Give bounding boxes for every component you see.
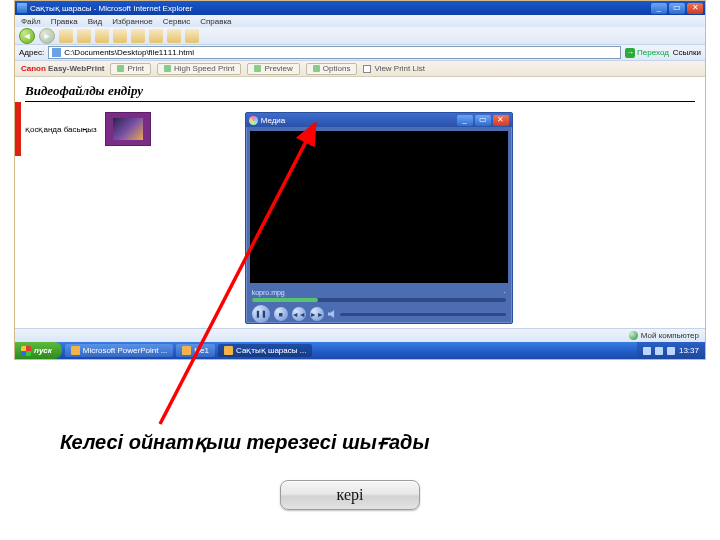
back-button-label: кері bbox=[337, 486, 364, 504]
stop-icon[interactable] bbox=[59, 29, 73, 43]
options-button[interactable]: Options bbox=[306, 63, 358, 75]
menu-tools[interactable]: Сервис bbox=[163, 17, 190, 26]
app-icon bbox=[224, 346, 233, 355]
app-icon bbox=[71, 346, 80, 355]
highspeed-print-button[interactable]: High Speed Print bbox=[157, 63, 241, 75]
media-player-window: Медиа _ ▭ ✕ kopro.mpg · ❚❚ bbox=[245, 112, 513, 324]
preview-button[interactable]: Preview bbox=[247, 63, 299, 75]
refresh-icon[interactable] bbox=[77, 29, 91, 43]
security-zone: Мой компьютер bbox=[629, 331, 699, 340]
ie-status-bar: Мой компьютер bbox=[15, 328, 705, 342]
clock: 13:37 bbox=[679, 346, 699, 355]
address-value: C:\Documents\Desktop\file1111.html bbox=[64, 48, 194, 57]
tray-icon[interactable] bbox=[655, 347, 663, 355]
preview-icon bbox=[254, 65, 261, 72]
volume-icon bbox=[328, 310, 336, 318]
links-label[interactable]: Ссылки bbox=[673, 48, 701, 57]
stop-button[interactable]: ■ bbox=[274, 307, 288, 321]
video-thumb-row: қосқанда басыңыз bbox=[25, 112, 151, 146]
viewlist-checkbox[interactable]: View Print List bbox=[363, 64, 425, 73]
printer-icon bbox=[117, 65, 124, 72]
menu-view[interactable]: Вид bbox=[88, 17, 102, 26]
close-button[interactable]: ✕ bbox=[687, 3, 703, 14]
screenshot-frame: Сақтық шарасы - Microsoft Internet Explo… bbox=[14, 0, 706, 360]
maximize-button[interactable]: ▭ bbox=[669, 3, 685, 14]
duration-indicator: · bbox=[504, 289, 506, 296]
windows-taskbar: пуск Microsoft PowerPoint ... file1 Сақт… bbox=[15, 342, 705, 359]
wmp-minimize-button[interactable]: _ bbox=[457, 115, 473, 126]
checkbox-icon bbox=[363, 65, 371, 73]
start-button[interactable]: пуск bbox=[15, 342, 62, 359]
seek-progress bbox=[252, 298, 318, 302]
favorites-icon[interactable] bbox=[131, 29, 145, 43]
go-label: Переход bbox=[637, 48, 669, 57]
windows-flag-icon bbox=[21, 346, 31, 356]
address-input[interactable]: C:\Documents\Desktop\file1111.html bbox=[48, 46, 621, 59]
system-tray: 13:37 bbox=[637, 342, 705, 359]
menu-help[interactable]: Справка bbox=[200, 17, 231, 26]
menu-edit[interactable]: Правка bbox=[51, 17, 78, 26]
print-button[interactable]: Print bbox=[110, 63, 150, 75]
video-thumbnail[interactable] bbox=[105, 112, 151, 146]
minimize-button[interactable]: _ bbox=[651, 3, 667, 14]
thumbnail-image bbox=[113, 118, 143, 140]
gear-icon bbox=[313, 65, 320, 72]
red-accent-bar bbox=[15, 102, 21, 156]
ie-title-bar: Сақтық шарасы - Microsoft Internet Explo… bbox=[15, 1, 705, 15]
zone-label: Мой компьютер bbox=[641, 331, 699, 340]
home-icon[interactable] bbox=[95, 29, 109, 43]
wmp-logo-icon bbox=[249, 116, 258, 125]
page-heading: Видеофайлды ендіру bbox=[25, 83, 695, 99]
address-bar-row: Адрес: C:\Documents\Desktop\file1111.htm… bbox=[15, 45, 705, 61]
media-player-controls: kopro.mpg · ❚❚ ■ ◄◄ ►► bbox=[246, 287, 512, 327]
tray-icon[interactable] bbox=[667, 347, 675, 355]
wmp-close-button[interactable]: ✕ bbox=[493, 115, 509, 126]
taskbar-item-ie[interactable]: Сақтық шарасы ... bbox=[218, 344, 312, 357]
forward-nav-button[interactable]: ► bbox=[39, 28, 55, 44]
canon-brand: Canon Easy-WebPrint bbox=[21, 64, 104, 73]
tray-icon[interactable] bbox=[643, 347, 651, 355]
seek-bar[interactable] bbox=[252, 298, 506, 302]
slide-back-button[interactable]: кері bbox=[280, 480, 420, 510]
play-pause-button[interactable]: ❚❚ bbox=[252, 305, 270, 323]
canon-print-toolbar: Canon Easy-WebPrint Print High Speed Pri… bbox=[15, 61, 705, 77]
menu-fav[interactable]: Избранное bbox=[112, 17, 153, 26]
media-player-title: Медиа bbox=[261, 116, 457, 125]
media-player-titlebar: Медиа _ ▭ ✕ bbox=[246, 113, 512, 127]
ie-menu-bar: Файл Правка Вид Избранное Сервис Справка bbox=[15, 15, 705, 27]
globe-icon bbox=[629, 331, 638, 340]
printer-icon bbox=[164, 65, 171, 72]
back-nav-button[interactable]: ◄ bbox=[19, 28, 35, 44]
divider bbox=[25, 101, 695, 102]
menu-file[interactable]: Файл bbox=[21, 17, 41, 26]
volume-slider[interactable] bbox=[340, 313, 506, 316]
address-label: Адрес: bbox=[19, 48, 44, 57]
go-button[interactable]: → Переход bbox=[625, 48, 669, 58]
print-icon[interactable] bbox=[185, 29, 199, 43]
ie-app-icon bbox=[17, 3, 27, 13]
annotation-caption: Келесі ойнатқыш терезесі шығады bbox=[60, 430, 429, 454]
history-icon[interactable] bbox=[149, 29, 163, 43]
taskbar-item-folder[interactable]: file1 bbox=[176, 344, 215, 357]
go-arrow-icon: → bbox=[625, 48, 635, 58]
app-icon bbox=[182, 346, 191, 355]
video-viewport[interactable] bbox=[250, 131, 508, 283]
page-icon bbox=[52, 48, 61, 57]
next-track-button[interactable]: ►► bbox=[310, 307, 324, 321]
window-title: Сақтық шарасы - Microsoft Internet Explo… bbox=[30, 4, 651, 13]
page-content: Видеофайлды ендіру қосқанда басыңыз Меди… bbox=[15, 77, 705, 342]
thumb-caption: қосқанда басыңыз bbox=[25, 125, 97, 134]
ie-nav-toolbar: ◄ ► bbox=[15, 27, 705, 45]
search-icon[interactable] bbox=[113, 29, 127, 43]
mail-icon[interactable] bbox=[167, 29, 181, 43]
now-playing-file: kopro.mpg bbox=[252, 289, 285, 296]
prev-track-button[interactable]: ◄◄ bbox=[292, 307, 306, 321]
wmp-maximize-button[interactable]: ▭ bbox=[475, 115, 491, 126]
start-label: пуск bbox=[34, 346, 52, 355]
taskbar-item-powerpoint[interactable]: Microsoft PowerPoint ... bbox=[65, 344, 173, 357]
